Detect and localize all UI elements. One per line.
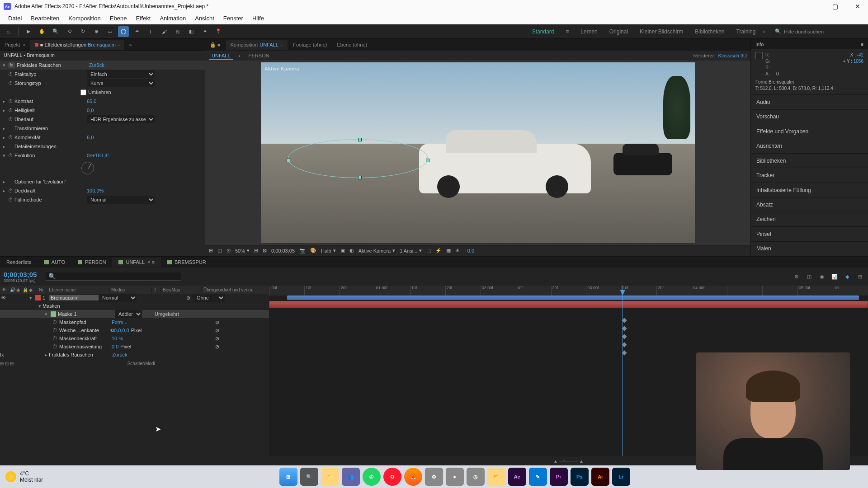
color-icon[interactable]: 🎨 — [310, 248, 316, 253]
start-button[interactable]: ⊞ — [279, 468, 297, 486]
pan-behind-tool[interactable]: ⊕ — [91, 26, 102, 37]
menu-ebene[interactable]: Ebene — [105, 13, 132, 23]
transparency-icon[interactable]: ◐ — [349, 248, 354, 253]
toggle-switches[interactable]: ⊞ ⊡ ⊟ — [0, 361, 14, 366]
tl-frame-blend-icon[interactable]: ◫ — [805, 272, 814, 281]
tl-tab-unfall[interactable]: UNFALL × ≡ — [112, 258, 160, 267]
subtab-person[interactable]: PERSON — [245, 52, 272, 59]
menu-effekt[interactable]: Effekt — [131, 13, 155, 23]
section-ausrichten[interactable]: Ausrichten — [751, 139, 868, 153]
alpha-icon[interactable]: ⊡ — [226, 248, 231, 253]
menu-komposition[interactable]: Komposition — [64, 13, 105, 23]
viewer-tab-ebene[interactable]: Ebene (ohne) — [332, 40, 372, 50]
safe-icon[interactable]: ⊟ — [254, 248, 258, 253]
prop-deckkraft[interactable]: ▸⏱ Deckkraft 100,0% — [0, 186, 205, 195]
timeline-search[interactable] — [46, 272, 181, 281]
menu-hilfe[interactable]: Hilfe — [248, 13, 269, 23]
menu-bearbeiten[interactable]: Bearbeiten — [26, 13, 64, 23]
views-dropdown[interactable]: 1 Ansi... ▾ — [400, 248, 422, 253]
tab-overflow[interactable]: » — [124, 40, 136, 50]
layer-row-1[interactable]: 👁 ▾ 1 Bremsqualm Normal ⊘ Ohne — [0, 294, 269, 302]
renderer-label[interactable]: Renderer:Klassisch 3D — [693, 53, 747, 58]
workspace-original[interactable]: Original — [605, 28, 632, 35]
timeline-ruler[interactable]: :00f 10f 20f 01:00f 10f 20f 02:00f 10f 2… — [269, 286, 868, 296]
zoom-tool[interactable]: 🔍 — [50, 26, 61, 37]
prop-fraktaltyp[interactable]: ⏱ Fraktaltyp Einfach — [0, 70, 205, 79]
section-audio[interactable]: Audio — [751, 94, 868, 109]
tl-tab-bremsspur[interactable]: BREMSSPUR — [161, 258, 212, 267]
workspace-standard[interactable]: Standard — [528, 28, 559, 35]
tl-graph-icon[interactable]: 📊 — [830, 272, 839, 281]
snapshot-icon[interactable]: 📷 — [299, 248, 306, 253]
prop-evolution-options[interactable]: ▸Optionen für 'Evolution' — [0, 177, 205, 186]
section-tracker[interactable]: Tracker — [751, 168, 868, 182]
3d-icon[interactable]: ⬚ — [426, 248, 431, 253]
fraktaltyp-dropdown[interactable]: Einfach — [87, 70, 155, 78]
section-bibliotheken[interactable]: Bibliotheken — [751, 153, 868, 168]
orbit-tool[interactable]: ⟲ — [64, 26, 75, 37]
rect-tool[interactable]: ▭ — [104, 26, 115, 37]
eraser-tool[interactable]: ◧ — [186, 26, 197, 37]
mask-mode-dropdown[interactable]: Addieren — [115, 310, 142, 318]
draft-icon[interactable]: ⚡ — [435, 248, 442, 253]
workspace-bibliotheken[interactable]: Bibliotheken — [690, 28, 729, 35]
uberlauf-dropdown[interactable]: HDR-Ergebnisse zulasse — [87, 115, 155, 123]
brush-tool[interactable]: 🖌 — [159, 26, 170, 37]
tl-motion-blur-icon[interactable]: ◉ — [817, 272, 826, 281]
selection-tool[interactable]: ▶ — [23, 26, 34, 37]
rotate-tool[interactable]: ↻ — [77, 26, 88, 37]
region-icon[interactable]: ▣ — [340, 248, 345, 253]
prop-kontrast[interactable]: ▸⏱ Kontrast 65,0 — [0, 97, 205, 106]
playhead[interactable] — [623, 286, 623, 465]
section-zeichen[interactable]: Zeichen — [751, 212, 868, 226]
prop-maskendeckkraft[interactable]: ⏱ Maskendeckkraft 10 % ⊘ — [0, 334, 269, 343]
timeline-zoom-slider[interactable]: ▲ ─○──── ▲ — [553, 459, 584, 464]
layer-track-bar[interactable] — [269, 301, 868, 308]
roto-tool[interactable]: ✦ — [199, 26, 210, 37]
menu-fenster[interactable]: Fenster — [219, 13, 248, 23]
mask-icon[interactable]: ◫ — [217, 248, 222, 253]
resolution-dropdown[interactable]: Halb ▾ — [321, 248, 336, 253]
puppet-tool[interactable]: 📍 — [213, 26, 224, 37]
switches-modes-toggle[interactable]: Schalter/Modi — [127, 361, 155, 366]
mask-ellipse[interactable] — [288, 139, 428, 178]
prop-maskenausweitung[interactable]: ⏱ Maskenausweitung 0,0 Pixel ⊘ — [0, 343, 269, 351]
clone-tool[interactable]: ⎘ — [172, 26, 183, 37]
section-absatz[interactable]: Absatz — [751, 197, 868, 211]
home-tool[interactable]: ⌂ — [3, 26, 14, 37]
workspace-overflow[interactable]: » — [763, 29, 765, 34]
after-effects-icon[interactable]: Ae — [508, 468, 526, 486]
premiere-icon[interactable]: Pr — [550, 468, 568, 486]
exposure-value[interactable]: +0,0 — [464, 248, 474, 253]
channel-icon[interactable]: ⊠ — [263, 248, 267, 253]
tl-tab-renderliste[interactable]: Renderliste — [0, 258, 38, 267]
app-icon-4[interactable]: ✎ — [529, 468, 547, 486]
tl-tab-person[interactable]: PERSON — [71, 258, 112, 267]
minimize-button[interactable]: — — [806, 2, 819, 11]
footer-timecode[interactable]: 0;00;03;05 — [271, 248, 295, 253]
section-vorschau[interactable]: Vorschau — [751, 109, 868, 124]
close-button[interactable]: ✕ — [851, 2, 864, 11]
taskbar-search[interactable]: 🔍 — [300, 468, 318, 486]
prop-detaileinstellungen[interactable]: ▸Detaileinstellungen — [0, 142, 205, 151]
prop-fullmethode[interactable]: ⏱ Füllmethode Normal — [0, 195, 205, 204]
weather-widget[interactable]: 4°C Meist klar — [5, 470, 43, 483]
lightroom-icon[interactable]: Lr — [612, 468, 630, 486]
viewer-tab-composition[interactable]: Komposition UNFALL ≡ — [226, 40, 288, 50]
menu-datei[interactable]: Datei — [4, 13, 26, 23]
teams-icon[interactable]: 👥 — [342, 468, 360, 486]
section-pinsel[interactable]: Pinsel — [751, 226, 868, 241]
folder-icon[interactable]: 📂 — [487, 468, 505, 486]
prop-maskenpfad[interactable]: ⏱ Maskenpfad Form... ⊘ — [0, 318, 269, 326]
section-malen[interactable]: Malen — [751, 241, 868, 256]
work-area-bar[interactable] — [287, 296, 859, 300]
tl-expand-icon[interactable]: ◆ — [843, 272, 852, 281]
prop-storungstyp[interactable]: ⏱ Störungstyp Kurve — [0, 79, 205, 88]
evolution-dial[interactable] — [81, 162, 94, 174]
layer-name[interactable]: Bremsqualm — [49, 295, 99, 300]
mask-1-row[interactable]: ▾ Maske 1 Addieren Umgekehrt — [0, 310, 269, 318]
ellipse-tool[interactable]: ◯ — [118, 26, 129, 37]
layer-fraktales-group[interactable]: fx▸ Fraktales Rauschen Zurück — [0, 351, 269, 359]
prop-transformieren[interactable]: ▸Transformieren — [0, 124, 205, 133]
motion-icon[interactable]: ▦ — [446, 248, 451, 253]
